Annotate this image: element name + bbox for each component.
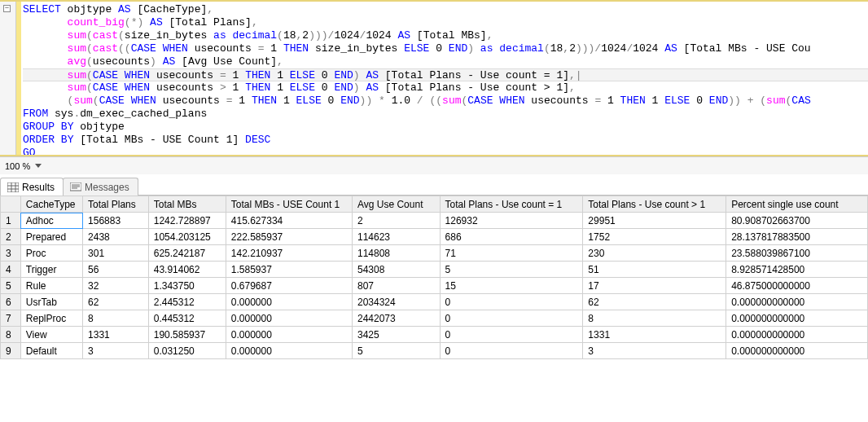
cell[interactable]: 0.000000000000 xyxy=(726,343,868,359)
cell[interactable]: 1331 xyxy=(83,327,149,343)
cell[interactable]: 0 xyxy=(440,310,583,327)
tab-results[interactable]: Results xyxy=(0,178,64,196)
cell[interactable]: 0.000000 xyxy=(226,327,352,343)
row-number[interactable]: 1 xyxy=(1,213,21,229)
table-row[interactable]: 3Proc301625.242187142.210937114808712302… xyxy=(1,245,868,262)
code-line[interactable]: GO xyxy=(23,147,868,155)
cell[interactable]: 23.588039867100 xyxy=(726,245,868,262)
cell[interactable]: 0.031250 xyxy=(148,343,226,359)
cell[interactable]: 0 xyxy=(440,327,583,343)
cell[interactable]: 230 xyxy=(583,245,726,262)
cell[interactable]: 56 xyxy=(83,262,149,278)
cell[interactable]: 0 xyxy=(440,294,583,310)
cell[interactable]: 686 xyxy=(440,229,583,245)
cell[interactable]: 222.585937 xyxy=(226,229,352,245)
cell[interactable]: 0.000000000000 xyxy=(726,294,868,310)
code-line[interactable]: SELECT objtype AS [CacheType], xyxy=(23,3,868,16)
column-header[interactable]: Total Plans xyxy=(83,196,149,213)
cell[interactable]: 625.242187 xyxy=(148,245,226,262)
cell[interactable]: 3 xyxy=(583,343,726,359)
cell[interactable]: Proc xyxy=(20,245,82,262)
cell[interactable]: 415.627334 xyxy=(226,213,352,229)
column-header[interactable]: Total MBs xyxy=(148,196,226,213)
cell[interactable]: 43.914062 xyxy=(148,262,226,278)
cell[interactable]: 0.000000 xyxy=(226,343,352,359)
row-number[interactable]: 9 xyxy=(1,343,21,359)
code-line[interactable]: sum(CASE WHEN usecounts > 1 THEN 1 ELSE … xyxy=(23,81,868,95)
cell[interactable]: 8.928571428500 xyxy=(726,262,868,278)
cell[interactable]: 156883 xyxy=(83,213,149,229)
cell[interactable]: 190.585937 xyxy=(148,327,226,343)
cell[interactable]: 1.585937 xyxy=(226,262,352,278)
column-header[interactable]: Total Plans - Use count = 1 xyxy=(440,196,583,213)
cell[interactable]: 8 xyxy=(583,310,726,327)
code-line[interactable]: FROM sys.dm_exec_cached_plans xyxy=(23,108,868,121)
code-line[interactable]: (sum(CASE WHEN usecounts = 1 THEN 1 ELSE… xyxy=(23,95,868,108)
cell[interactable]: 142.210937 xyxy=(226,245,352,262)
results-grid[interactable]: CacheTypeTotal PlansTotal MBsTotal MBs -… xyxy=(0,196,868,422)
row-number[interactable]: 8 xyxy=(1,327,21,343)
cell[interactable]: 114623 xyxy=(352,229,440,245)
chevron-down-icon[interactable] xyxy=(35,164,42,168)
cell[interactable]: 3425 xyxy=(352,327,440,343)
table-row[interactable]: 2Prepared24381054.203125222.585937114623… xyxy=(1,229,868,245)
code-line[interactable]: ORDER BY [Total MBs - USE Count 1] DESC xyxy=(23,134,868,147)
row-number[interactable]: 6 xyxy=(1,294,21,310)
cell[interactable]: 51 xyxy=(583,262,726,278)
cell[interactable]: 2438 xyxy=(83,229,149,245)
code-line[interactable]: GROUP BY objtype xyxy=(23,121,868,134)
cell[interactable]: 126932 xyxy=(440,213,583,229)
collapse-icon[interactable]: − xyxy=(3,5,11,12)
cell[interactable]: 114808 xyxy=(352,245,440,262)
code-line[interactable]: sum(cast(size_in_bytes as decimal(18,2))… xyxy=(23,29,868,42)
cell[interactable]: 80.908702663700 xyxy=(726,213,868,229)
table-row[interactable]: 5Rule321.3437500.679687807151746.8750000… xyxy=(1,278,868,294)
row-number[interactable]: 5 xyxy=(1,278,21,294)
cell[interactable]: 29951 xyxy=(583,213,726,229)
cell[interactable]: 71 xyxy=(440,245,583,262)
cell[interactable]: 1242.728897 xyxy=(148,213,226,229)
cell[interactable]: Adhoc xyxy=(20,213,82,229)
column-header[interactable]: Avg Use Count xyxy=(352,196,440,213)
cell[interactable]: 0.679687 xyxy=(226,278,352,294)
cell[interactable]: Prepared xyxy=(20,229,82,245)
cell[interactable]: 5 xyxy=(440,262,583,278)
cell[interactable]: 15 xyxy=(440,278,583,294)
cell[interactable]: 2 xyxy=(352,213,440,229)
cell[interactable]: 2442073 xyxy=(352,310,440,327)
column-header[interactable]: CacheType xyxy=(20,196,82,213)
cell[interactable]: 1054.203125 xyxy=(148,229,226,245)
row-number[interactable]: 3 xyxy=(1,245,21,262)
table-row[interactable]: 1Adhoc1568831242.728897415.6273342126932… xyxy=(1,213,868,229)
table-row[interactable]: 4Trigger5643.9140621.585937543085518.928… xyxy=(1,262,868,278)
table-row[interactable]: 9Default30.0312500.0000005030.0000000000… xyxy=(1,343,868,359)
cell[interactable]: 54308 xyxy=(352,262,440,278)
cell[interactable]: 0.445312 xyxy=(148,310,226,327)
cell[interactable]: 301 xyxy=(83,245,149,262)
code-line[interactable]: sum(CASE WHEN usecounts = 1 THEN 1 ELSE … xyxy=(23,68,868,81)
column-header[interactable]: Percent single use count xyxy=(726,196,868,213)
cell[interactable]: 1752 xyxy=(583,229,726,245)
cell[interactable]: 0.000000 xyxy=(226,294,352,310)
cell[interactable]: 62 xyxy=(583,294,726,310)
cell[interactable]: Rule xyxy=(20,278,82,294)
table-row[interactable]: 6UsrTab622.4453120.00000020343240620.000… xyxy=(1,294,868,310)
cell[interactable]: 1.343750 xyxy=(148,278,226,294)
row-number[interactable]: 4 xyxy=(1,262,21,278)
cell[interactable]: 0.000000000000 xyxy=(726,327,868,343)
row-number[interactable]: 2 xyxy=(1,229,21,245)
cell[interactable]: 3 xyxy=(83,343,149,359)
cell[interactable]: UsrTab xyxy=(20,294,82,310)
column-header[interactable]: Total MBs - USE Count 1 xyxy=(226,196,352,213)
cell[interactable]: Trigger xyxy=(20,262,82,278)
code-line[interactable]: count_big(*) AS [Total Plans], xyxy=(23,16,868,29)
cell[interactable]: 0.000000000000 xyxy=(726,310,868,327)
cell[interactable]: 17 xyxy=(583,278,726,294)
cell[interactable]: 62 xyxy=(83,294,149,310)
cell[interactable]: 28.137817883500 xyxy=(726,229,868,245)
cell[interactable]: 5 xyxy=(352,343,440,359)
cell[interactable]: Default xyxy=(20,343,82,359)
table-row[interactable]: 7ReplProc80.4453120.0000002442073080.000… xyxy=(1,310,868,327)
cell[interactable]: ReplProc xyxy=(20,310,82,327)
cell[interactable]: View xyxy=(20,327,82,343)
